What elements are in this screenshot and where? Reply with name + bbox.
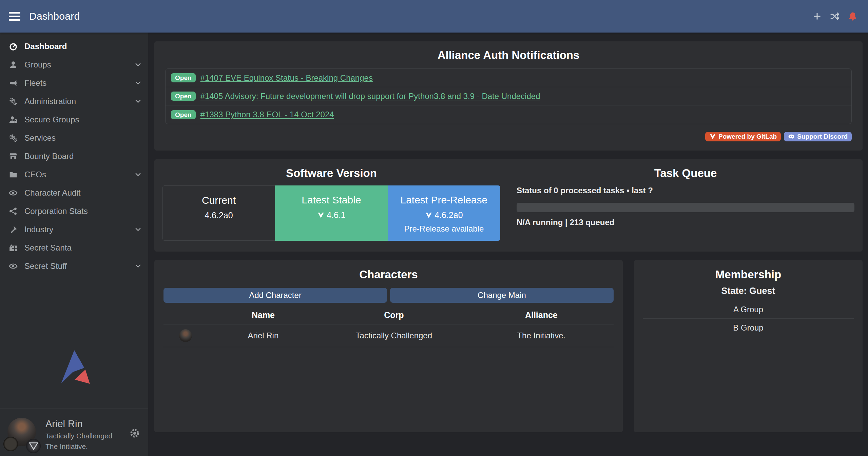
sidebar-item-secure-groups[interactable]: Secure Groups xyxy=(0,111,148,129)
column-header-name: Name xyxy=(208,310,319,320)
membership-title: Membership xyxy=(643,268,854,281)
chevron-down-icon xyxy=(135,80,141,86)
sidebar-item-secret-stuff[interactable]: Secret Stuff xyxy=(0,257,148,275)
sidebar-item-ceos[interactable]: CEOs xyxy=(0,165,148,184)
prerelease-note: Pre-Release available xyxy=(388,224,500,234)
shuffle-icon[interactable] xyxy=(830,12,840,21)
sidebar: Dashboard Groups Fleets Administration S… xyxy=(0,33,148,456)
gitlab-icon xyxy=(709,133,716,140)
gitlab-icon xyxy=(425,212,432,219)
gifts-icon xyxy=(8,243,18,252)
sidebar-item-dashboard[interactable]: Dashboard xyxy=(0,37,148,56)
sidebar-item-corporation-stats[interactable]: Corporation Stats xyxy=(0,202,148,220)
sidebar-item-fleets[interactable]: Fleets xyxy=(0,74,148,92)
gauge-icon xyxy=(8,42,18,51)
task-queue-counts: N/A running | 213 queued xyxy=(517,218,854,227)
version-taskqueue-panel: Software Version Current 4.6.2a0 Latest … xyxy=(154,159,863,252)
column-header-alliance: Alliance xyxy=(469,310,614,320)
notification-item: Open #1407 EVE Equinox Status - Breaking… xyxy=(166,69,851,87)
chevron-down-icon xyxy=(135,61,141,68)
folder-icon xyxy=(8,170,18,179)
eye-icon xyxy=(8,189,18,197)
character-corp: Tactically Challenged xyxy=(319,331,469,340)
notifications-list: Open #1407 EVE Equinox Status - Breaking… xyxy=(165,68,852,124)
hammer-icon xyxy=(8,225,18,234)
sidebar-item-services[interactable]: Services xyxy=(0,129,148,147)
alliance-auth-logo xyxy=(55,350,93,384)
task-queue-status: Status of 0 processed tasks • last ? xyxy=(517,186,854,195)
user-icon xyxy=(8,60,18,69)
share-nodes-icon xyxy=(8,207,18,216)
gitlab-icon xyxy=(317,212,325,219)
software-version-section: Software Version Current 4.6.2a0 Latest … xyxy=(154,159,508,252)
user-corp: Tactically Challenged xyxy=(45,432,143,440)
change-main-button[interactable]: Change Main xyxy=(390,288,614,303)
membership-state: State: Guest xyxy=(643,286,854,296)
characters-title: Characters xyxy=(163,268,614,281)
version-current-box: Current 4.6.2a0 xyxy=(162,185,275,241)
characters-table-header: Name Corp Alliance xyxy=(163,310,614,324)
user-panel: Ariel Rin Tactically Challenged The Init… xyxy=(0,409,148,456)
user-name: Ariel Rin xyxy=(45,418,143,430)
notification-link[interactable]: #1383 Python 3.8 EOL - 14 Oct 2024 xyxy=(200,110,334,119)
user-alliance: The Initiative. xyxy=(45,442,143,451)
characters-panel: Characters Add Character Change Main Nam… xyxy=(154,260,623,432)
powered-by-gitlab-badge[interactable]: Powered by GitLab xyxy=(705,132,781,141)
chevron-down-icon xyxy=(135,98,141,105)
notification-link[interactable]: #1405 Advisory: Future development will … xyxy=(200,92,540,101)
support-discord-badge[interactable]: Support Discord xyxy=(784,132,852,141)
add-icon[interactable] xyxy=(812,12,822,21)
notification-link[interactable]: #1407 EVE Equinox Status - Breaking Chan… xyxy=(200,73,373,83)
corp-logo xyxy=(3,437,18,451)
notifications-title: Alliance Auth Notifications xyxy=(165,49,852,62)
fighter-jet-icon xyxy=(8,79,18,87)
gears-icon xyxy=(8,97,18,106)
chevron-down-icon xyxy=(135,171,141,178)
chevron-down-icon xyxy=(135,226,141,233)
software-version-title: Software Version xyxy=(162,167,500,180)
membership-panel: Membership State: Guest A Group B Group xyxy=(634,260,863,432)
task-queue-progressbar xyxy=(517,203,854,212)
sidebar-item-character-audit[interactable]: Character Audit xyxy=(0,184,148,202)
add-character-button[interactable]: Add Character xyxy=(163,288,387,303)
alliance-logo xyxy=(26,439,41,453)
membership-group-list: A Group B Group xyxy=(643,300,854,337)
sidebar-item-secret-santa[interactable]: Secret Santa xyxy=(0,239,148,257)
menu-toggle-icon[interactable] xyxy=(9,12,20,21)
page-title: Dashboard xyxy=(29,11,80,22)
character-alliance: The Initiative. xyxy=(469,331,614,340)
status-badge: Open xyxy=(171,73,196,82)
top-bar: Dashboard xyxy=(0,0,868,33)
settings-gear-icon[interactable] xyxy=(129,428,140,439)
sidebar-item-industry[interactable]: Industry xyxy=(0,220,148,239)
sidebar-item-groups[interactable]: Groups xyxy=(0,56,148,74)
character-name: Ariel Rin xyxy=(208,331,319,340)
version-stable-box: Latest Stable 4.6.1 xyxy=(275,185,388,241)
main-content: Alliance Auth Notifications Open #1407 E… xyxy=(148,33,868,456)
sidebar-item-administration[interactable]: Administration xyxy=(0,92,148,111)
notifications-panel: Alliance Auth Notifications Open #1407 E… xyxy=(154,41,863,151)
group-row: A Group xyxy=(643,300,854,319)
task-queue-section: Task Queue Status of 0 processed tasks •… xyxy=(508,159,863,252)
character-table-row: Ariel Rin Tactically Challenged The Init… xyxy=(163,324,614,347)
character-portrait xyxy=(179,329,192,342)
notification-item: Open #1383 Python 3.8 EOL - 14 Oct 2024 xyxy=(166,105,851,124)
discord-icon xyxy=(788,133,795,140)
column-header-corp: Corp xyxy=(319,310,469,320)
store-icon xyxy=(8,152,18,161)
status-badge: Open xyxy=(171,92,196,101)
sidebar-item-bounty-board[interactable]: Bounty Board xyxy=(0,147,148,165)
user-lock-icon xyxy=(8,115,18,124)
eye-icon xyxy=(8,262,18,271)
version-prerelease-box: Latest Pre-Release 4.6.2a0 Pre-Release a… xyxy=(388,185,500,241)
notification-item: Open #1405 Advisory: Future development … xyxy=(166,87,851,105)
group-row: B Group xyxy=(643,319,854,337)
notifications-bell-icon[interactable] xyxy=(848,11,858,21)
task-queue-title: Task Queue xyxy=(517,167,854,180)
chevron-down-icon xyxy=(135,263,141,270)
gears-icon xyxy=(8,134,18,142)
status-badge: Open xyxy=(171,110,196,119)
